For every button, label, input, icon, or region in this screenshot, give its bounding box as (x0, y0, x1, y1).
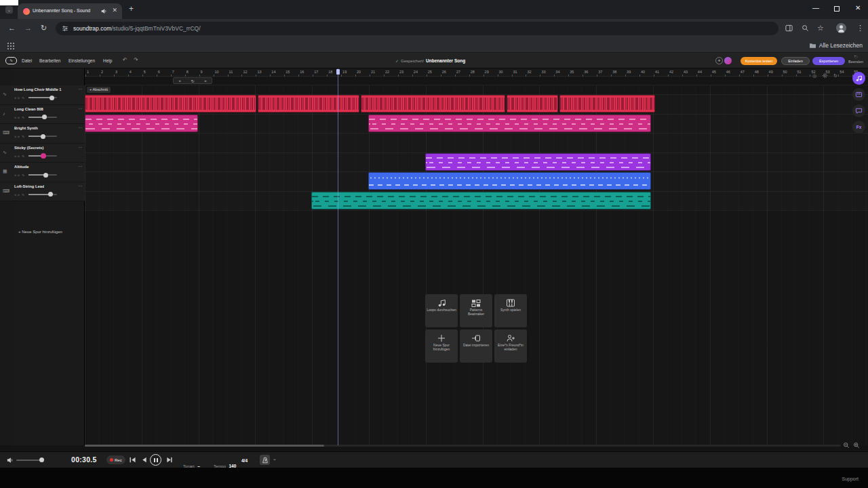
patterns-beatmaker-button[interactable]: Patterns Beatmaker (460, 294, 492, 327)
track-automation-icon[interactable]: ∿ (22, 96, 24, 100)
track-solo-icon[interactable]: ▹ (18, 134, 20, 138)
skip-to-start-button[interactable] (129, 456, 136, 464)
invite-friend-button[interactable]: Eine*n Freund*in einladen (494, 329, 527, 363)
side-panel-icon[interactable] (785, 24, 793, 32)
track-header[interactable]: ▦Altitude⋯◃▹∿ (0, 163, 85, 182)
zoom-out-icon[interactable] (843, 442, 850, 449)
window-close-button[interactable]: ✕ (855, 4, 861, 12)
timeline-ruler[interactable]: 1234567891011121314151617181920212223242… (85, 68, 868, 77)
horizontal-scrollbar-thumb[interactable] (85, 445, 324, 447)
undo-icon[interactable]: ↶ (123, 57, 127, 63)
track-mute-icon[interactable]: ◃ (14, 154, 16, 158)
track-options-icon[interactable]: ⋯ (78, 163, 82, 168)
track-options-icon[interactable]: ⋯ (78, 144, 82, 149)
track-volume-slider[interactable] (28, 117, 57, 118)
track-header[interactable]: ♪Long Clean 808⋯◃▹∿ (0, 105, 85, 125)
tab-audio-icon[interactable] (101, 8, 107, 14)
track-volume-slider[interactable] (28, 174, 57, 176)
ruler-settings-icon[interactable] (822, 73, 828, 79)
tab-close-icon[interactable]: ✕ (112, 7, 117, 14)
menu-einstellungen[interactable]: Einstellungen (68, 58, 95, 63)
site-settings-icon[interactable] (62, 25, 68, 32)
track-header[interactable]: ⌨Lofi-String Lead⋯◃▹∿ (0, 182, 85, 202)
loop-toggle-icon[interactable]: ↻ (833, 73, 837, 79)
loops-panel-button[interactable] (852, 72, 865, 85)
clip[interactable] (368, 172, 651, 190)
track-volume-knob[interactable] (42, 115, 47, 119)
track-automation-icon[interactable]: ∿ (22, 192, 24, 197)
track-volume-knob[interactable] (41, 134, 45, 139)
track-volume-slider[interactable] (28, 194, 57, 195)
track-header[interactable]: ⌨Bright Synth⋯◃▹∿ (0, 124, 85, 144)
track-volume-slider[interactable] (28, 136, 57, 137)
horizontal-scrollbar-track[interactable] (85, 445, 841, 447)
track-options-icon[interactable]: ⋯ (78, 106, 82, 110)
track-solo-icon[interactable]: ▹ (18, 96, 20, 100)
bookmark-star-icon[interactable]: ☆ (817, 24, 824, 33)
track-options-icon[interactable]: ⋯ (78, 183, 82, 188)
forward-button[interactable]: → (24, 24, 32, 32)
metronome-button[interactable] (260, 455, 270, 465)
loop-region-control[interactable]: « ↻ » (173, 77, 212, 84)
track-volume-knob[interactable] (50, 96, 54, 100)
track-automation-icon[interactable]: ∿ (22, 154, 24, 158)
master-volume-icon[interactable] (7, 457, 14, 464)
track-options-icon[interactable]: ⋯ (78, 125, 82, 129)
address-bar[interactable]: soundtrap.com/studio/5-jqqtBmTniV3VbVC_r… (56, 22, 778, 35)
fx-panel-button[interactable]: Fx (852, 121, 865, 134)
clip[interactable] (85, 95, 256, 113)
chat-panel-button[interactable] (852, 104, 865, 117)
browser-tab[interactable]: Unbenannter Song - Sound ✕ (18, 3, 122, 19)
trial-button[interactable]: Kostenlos testen (741, 57, 777, 65)
track-volume-knob[interactable] (43, 173, 48, 178)
playhead[interactable] (338, 68, 338, 445)
track-solo-icon[interactable]: ▹ (18, 115, 20, 119)
play-synth-button[interactable]: Synth spielen (494, 294, 527, 327)
reload-button[interactable]: ↻ (41, 24, 47, 33)
locate-playhead-icon[interactable]: ◎ (812, 73, 816, 79)
song-title[interactable]: Unbenannter Song (426, 58, 465, 63)
clip[interactable] (425, 153, 651, 171)
record-button[interactable]: Rec (106, 455, 125, 464)
clip[interactable] (85, 115, 198, 132)
clip[interactable] (258, 95, 359, 113)
menu-bearbeiten[interactable]: Bearbeiten (39, 58, 60, 63)
menu-help[interactable]: Help (103, 58, 112, 63)
track-automation-icon[interactable]: ∿ (22, 173, 24, 177)
export-button[interactable]: Exportieren (812, 57, 845, 65)
track-mute-icon[interactable]: ◃ (14, 192, 16, 197)
track-automation-icon[interactable]: ∿ (22, 115, 24, 119)
track-solo-icon[interactable]: ▹ (18, 192, 20, 197)
collaborator-avatar[interactable] (724, 57, 732, 64)
transport-more-icon[interactable]: ⌄ (273, 456, 277, 462)
add-track-button[interactable]: + Neue Spur hinzufügen (18, 230, 62, 234)
clip[interactable] (311, 192, 651, 209)
zoom-in-icon[interactable] (853, 442, 860, 449)
invite-button[interactable]: Einladen (781, 57, 810, 65)
quit-button[interactable]: ⎋ Beenden (847, 55, 865, 64)
master-volume-knob[interactable] (39, 458, 44, 462)
add-section-button[interactable]: + Abschnitt (87, 87, 111, 93)
browse-loops-button[interactable]: Loops durchsuchen (425, 294, 458, 327)
browser-menu-icon[interactable]: ⋮ (856, 24, 864, 33)
loop-end-icon[interactable]: » (204, 79, 206, 83)
menu-datei[interactable]: Datei (22, 58, 32, 63)
time-signature[interactable]: 4/4 (241, 458, 248, 463)
support-link[interactable]: Support (842, 476, 859, 481)
track-volume-slider[interactable] (28, 97, 57, 98)
apps-grid-icon[interactable] (7, 43, 9, 44)
window-minimize-button[interactable]: — (812, 4, 819, 12)
back-button[interactable]: ← (8, 24, 16, 32)
redo-icon[interactable]: ↷ (134, 57, 138, 63)
import-file-button[interactable]: Datei importieren (460, 329, 492, 363)
clip[interactable] (361, 95, 505, 113)
soundtrap-logo[interactable]: ∿ (5, 57, 17, 64)
play-pause-button[interactable] (150, 454, 161, 466)
track-header[interactable]: ∿How Long Choir Middle 1⋯◃▹∿ (0, 85, 85, 105)
instruments-panel-button[interactable] (852, 88, 865, 101)
master-volume-slider[interactable] (16, 460, 41, 461)
search-icon[interactable] (802, 24, 809, 32)
profile-avatar[interactable] (836, 23, 846, 33)
clip[interactable] (507, 95, 558, 113)
clip[interactable] (368, 115, 651, 132)
